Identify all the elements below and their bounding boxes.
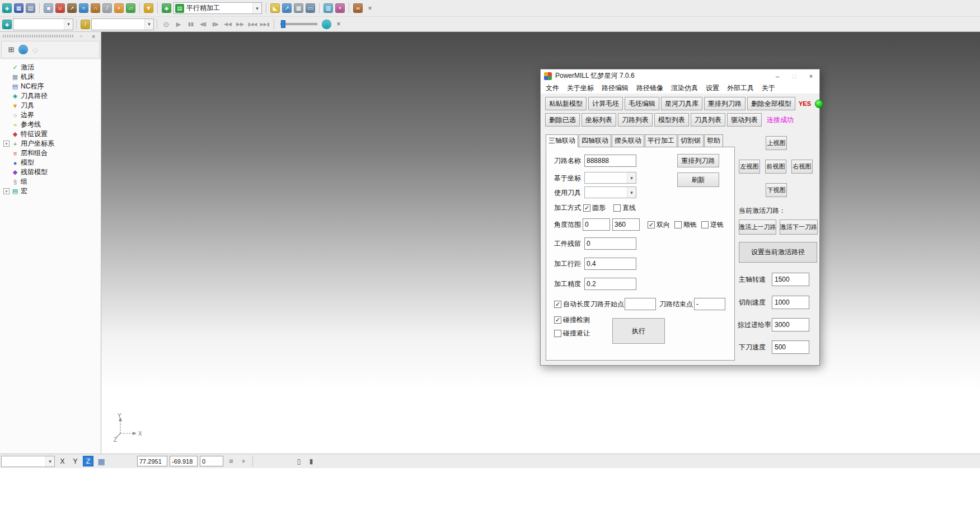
chevron-down-icon[interactable]: ▾ — [64, 19, 73, 30]
view-left-button[interactable]: 左视图 — [739, 160, 760, 174]
auto-length-checkbox[interactable]: ✓自动长度 — [554, 300, 590, 309]
view-front-button[interactable]: 前视图 — [765, 160, 786, 174]
dialog-maximize-button[interactable]: □ — [786, 69, 803, 82]
clock-icon[interactable] — [322, 20, 331, 29]
boundary-icon[interactable]: ∩ — [91, 3, 100, 13]
workplane-combo[interactable]: ▾ — [1, 456, 55, 467]
graph-icon[interactable]: ↗ — [282, 3, 292, 13]
tree-item-nc-programs[interactable]: ▤NC程序 — [3, 82, 101, 91]
viewport[interactable]: Y X Z PowerMILL 忆梦星河 7.0.6 – □ × — [101, 32, 980, 454]
skim-feed-input[interactable] — [772, 318, 809, 331]
z-axis-button[interactable]: Z — [83, 456, 93, 466]
tree-view-icon[interactable]: ⊞ — [6, 45, 17, 55]
grip-handle[interactable] — [3, 35, 73, 38]
tree-item-stock-models[interactable]: ◆残留模型 — [3, 167, 101, 177]
menu-path-mirror[interactable]: 路径镜像 — [632, 82, 667, 94]
axe-icon[interactable]: ◣ — [270, 3, 280, 13]
skip-end-icon[interactable]: ▶▶▮ — [259, 19, 270, 29]
climb-mill-checkbox[interactable]: 顺铣 — [674, 220, 697, 230]
tab-swivel[interactable]: 摆头联动 — [612, 134, 644, 147]
tree-item-patterns[interactable]: ≈参考线 — [3, 120, 101, 129]
tree-item-tools[interactable]: ▼刀具 — [3, 101, 101, 110]
shield-icon[interactable]: ◇ — [30, 45, 41, 55]
block-icon[interactable]: ■ — [44, 3, 53, 13]
start-point-input[interactable] — [625, 298, 656, 310]
layers-icon[interactable]: ◈ — [2, 3, 12, 13]
chevron-down-icon[interactable]: ▾ — [45, 456, 54, 466]
panel-close-icon[interactable]: × — [88, 31, 99, 41]
coord-list-button[interactable]: 坐标列表 — [582, 113, 616, 127]
lightbulb-icon[interactable]: ⊙ — [161, 19, 172, 29]
checkbox-box[interactable]: ✓ — [648, 221, 655, 228]
histogram-icon[interactable]: ▥ — [323, 3, 333, 13]
execute-button[interactable]: 执行 — [612, 318, 665, 344]
checkbox-box[interactable]: ✓ — [583, 204, 590, 212]
rewind-icon[interactable]: ◀◀ — [222, 19, 233, 29]
skip-start-icon[interactable]: ▮◀◀ — [247, 19, 258, 29]
toolbar-close-icon[interactable]: × — [364, 3, 376, 13]
menu-about[interactable]: 关于 — [758, 82, 779, 94]
chevron-down-icon[interactable]: ▾ — [627, 187, 636, 198]
drive-list-button[interactable]: 驱动列表 — [727, 113, 762, 127]
cutting-speed-input[interactable] — [772, 296, 809, 309]
rearrange-toolpaths-button[interactable]: 重排列刀路 — [704, 97, 745, 110]
collision-avoid-checkbox[interactable]: 碰撞避让 — [554, 329, 590, 338]
probe-icon[interactable]: + — [238, 456, 249, 466]
toolpath-list-button[interactable]: 刀路列表 — [618, 113, 653, 127]
options-icon[interactable]: ≡ — [226, 456, 237, 466]
screen-icon[interactable]: ▯ — [293, 456, 304, 466]
curve-editor-icon[interactable]: ≈ — [79, 3, 88, 13]
chevron-down-icon[interactable]: ▾ — [627, 172, 636, 183]
simulation-speed-slider[interactable] — [280, 19, 317, 29]
angle-from-input[interactable] — [583, 218, 610, 231]
tree-item-levels-sets[interactable]: ≡层和组合 — [3, 148, 101, 158]
paste-new-model-button[interactable]: 粘贴新模型 — [545, 97, 587, 110]
menu-render-sim[interactable]: 渲染仿真 — [667, 82, 702, 94]
tree-item-boundaries[interactable]: ○边界 — [3, 110, 101, 120]
calculator-icon[interactable]: ▦ — [294, 3, 303, 13]
checkbox-box[interactable]: ✓ — [554, 301, 561, 308]
bidirectional-checkbox[interactable]: ✓双向 — [648, 220, 670, 230]
angle-to-input[interactable] — [612, 218, 640, 231]
tab-parallel[interactable]: 平行加工 — [645, 134, 677, 147]
panel-float-icon[interactable]: ▫ — [76, 31, 87, 41]
binoculars-icon[interactable]: ∞ — [353, 3, 363, 13]
activate-prev-button[interactable]: 激活上一刀路 — [739, 220, 776, 235]
stock-input[interactable] — [584, 237, 636, 250]
print-icon[interactable]: ▤ — [26, 3, 35, 13]
delete-selected-button[interactable]: 删除已选 — [545, 113, 580, 127]
x-coordinate-input[interactable] — [137, 456, 167, 466]
chevron-down-icon[interactable]: ▾ — [144, 19, 153, 30]
coord-select[interactable]: ▾ — [584, 172, 636, 184]
delete-all-models-button[interactable]: 删除全部模型 — [747, 97, 795, 110]
y-coordinate-input[interactable] — [170, 456, 198, 466]
y-axis-button[interactable]: Y — [70, 456, 81, 466]
measure-icon[interactable]: ▭ — [306, 3, 315, 13]
pencil-icon[interactable]: / — [102, 3, 112, 13]
plunge-speed-input[interactable] — [772, 340, 809, 354]
expander-icon[interactable]: + — [3, 141, 10, 147]
tree-item-workplanes[interactable]: ++用户坐标系 — [3, 139, 101, 148]
strategy-combo[interactable]: ▤ 平行精加工 ▾ — [174, 2, 262, 14]
tab-3axis[interactable]: 三轴联动 — [546, 134, 578, 147]
tool-combo[interactable]: ▾ — [91, 18, 154, 30]
collision-detect-checkbox[interactable]: ✓碰撞检测 — [554, 315, 590, 325]
tree-item-machine-tools[interactable]: ▦机床 — [3, 72, 101, 82]
toolpath-combo[interactable]: ▾ — [13, 18, 73, 30]
set-active-path-button[interactable]: 设置当前激活路径 — [739, 242, 817, 263]
tree-item-macros[interactable]: +▤宏 — [3, 186, 101, 196]
model-list-button[interactable]: 模型列表 — [654, 113, 689, 127]
tool-select[interactable]: ▾ — [584, 186, 636, 198]
tool-list-button[interactable]: 刀具列表 — [691, 113, 725, 127]
pause-icon[interactable]: ▮▮ — [185, 19, 196, 29]
fast-forward-icon[interactable]: ▶▶ — [235, 19, 246, 29]
z-coordinate-input[interactable] — [200, 456, 223, 466]
slider-handle[interactable] — [281, 20, 285, 28]
play-icon[interactable]: ▶ — [173, 19, 184, 29]
transform-icon[interactable]: + — [114, 3, 124, 13]
toolpath-name-input[interactable] — [584, 155, 636, 167]
tolerance-input[interactable] — [584, 278, 636, 290]
toolpath-select-icon[interactable]: ◈ — [2, 20, 12, 29]
clipping-icon[interactable]: × — [335, 3, 345, 13]
checkbox-box[interactable] — [613, 204, 621, 212]
